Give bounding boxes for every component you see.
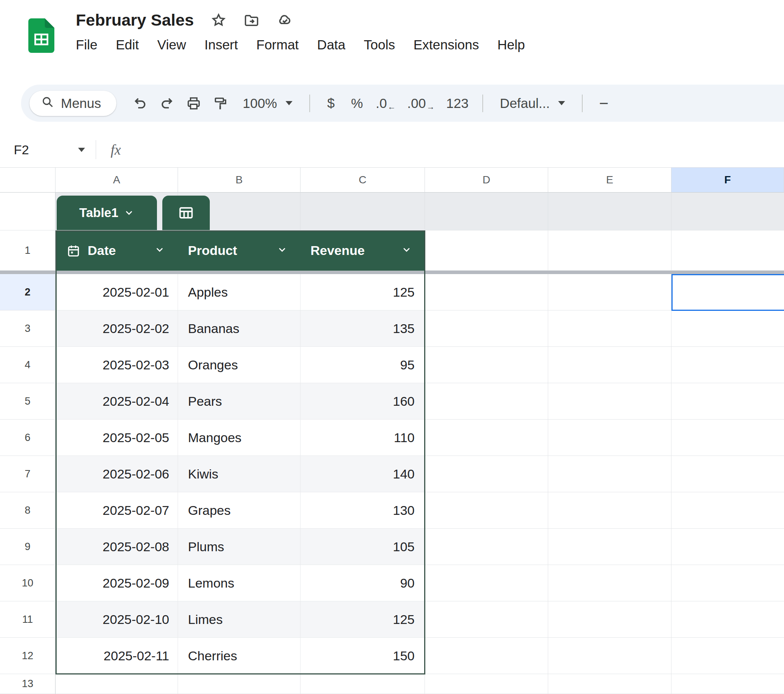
cell-revenue[interactable]: 150: [300, 638, 425, 674]
cell-empty[interactable]: [672, 565, 784, 602]
cell-empty[interactable]: [425, 638, 548, 674]
row-header-5[interactable]: 5: [0, 383, 56, 420]
column-header-A[interactable]: A: [56, 168, 178, 193]
cell-empty[interactable]: [548, 529, 672, 565]
cell-date[interactable]: 2025-02-08: [56, 529, 178, 565]
cell-date[interactable]: 2025-02-09: [56, 565, 178, 602]
cell-empty[interactable]: [548, 347, 672, 383]
cell-empty[interactable]: [548, 274, 672, 310]
table-header-date[interactable]: Date: [56, 231, 178, 270]
row-header-3[interactable]: 3: [0, 310, 56, 347]
cell-date[interactable]: 2025-02-11: [56, 638, 178, 674]
menu-item-data[interactable]: Data: [317, 37, 345, 53]
cell-revenue[interactable]: 125: [300, 602, 425, 638]
cell-date[interactable]: 2025-02-01: [56, 274, 178, 310]
row-header-8[interactable]: 8: [0, 492, 56, 529]
cell-empty[interactable]: [548, 310, 672, 347]
select-all-corner[interactable]: [0, 168, 56, 193]
cell-product[interactable]: Oranges: [178, 347, 300, 383]
cell-date[interactable]: 2025-02-06: [56, 456, 178, 492]
cell-empty[interactable]: [672, 529, 784, 565]
cell-empty[interactable]: [425, 529, 548, 565]
row-header-10[interactable]: 10: [0, 565, 56, 602]
cell-empty[interactable]: [425, 383, 548, 420]
table-menu-tab[interactable]: [162, 196, 210, 230]
cell-reference-box[interactable]: F2: [0, 142, 96, 157]
cell-empty[interactable]: [672, 420, 784, 456]
cell-product[interactable]: Kiwis: [178, 456, 300, 492]
formula-input[interactable]: [121, 132, 784, 167]
cell-E1[interactable]: [548, 231, 672, 270]
cell-date[interactable]: 2025-02-05: [56, 420, 178, 456]
menu-item-tools[interactable]: Tools: [364, 37, 395, 53]
chevron-down-icon[interactable]: [401, 243, 412, 258]
menu-item-file[interactable]: File: [76, 37, 97, 53]
cell-revenue[interactable]: 95: [300, 347, 425, 383]
cell-F1[interactable]: [672, 231, 784, 270]
zoom-select[interactable]: 100%: [236, 96, 299, 111]
cell-empty[interactable]: [548, 420, 672, 456]
cell-product[interactable]: Grapes: [178, 492, 300, 529]
column-header-C[interactable]: C: [300, 168, 425, 193]
cell-empty[interactable]: [672, 492, 784, 529]
cell-empty[interactable]: [178, 674, 300, 694]
print-button[interactable]: [182, 92, 205, 114]
row-header-6[interactable]: 6: [0, 420, 56, 456]
cell-revenue[interactable]: 140: [300, 456, 425, 492]
row-header-12[interactable]: 12: [0, 638, 56, 674]
cell-product[interactable]: Bananas: [178, 310, 300, 347]
move-folder-icon[interactable]: [244, 12, 260, 28]
column-header-B[interactable]: B: [178, 168, 300, 193]
redo-button[interactable]: [155, 92, 178, 114]
menu-item-extensions[interactable]: Extensions: [413, 37, 479, 53]
more-formats-button[interactable]: 123: [442, 92, 472, 114]
cell-revenue[interactable]: 130: [300, 492, 425, 529]
cell-empty[interactable]: [425, 274, 548, 310]
format-currency-button[interactable]: $: [320, 92, 342, 114]
cell-empty[interactable]: [425, 565, 548, 602]
cell-empty[interactable]: [672, 383, 784, 420]
cell-empty[interactable]: [300, 674, 425, 694]
row-header-9[interactable]: 9: [0, 529, 56, 565]
column-header-F[interactable]: F: [672, 168, 784, 193]
row-header-4[interactable]: 4: [0, 347, 56, 383]
table-header-product[interactable]: Product: [178, 231, 300, 270]
menus-search-button[interactable]: Menus: [30, 91, 116, 116]
cell-empty[interactable]: [672, 347, 784, 383]
row-header-2[interactable]: 2: [0, 274, 56, 310]
menu-item-help[interactable]: Help: [497, 37, 525, 53]
cell-empty[interactable]: [548, 674, 672, 694]
doc-title[interactable]: February Sales: [76, 11, 194, 30]
decrease-decimal-button[interactable]: .0←: [372, 92, 400, 114]
format-percent-button[interactable]: %: [346, 92, 368, 114]
cell-empty[interactable]: [425, 602, 548, 638]
paint-format-button[interactable]: [209, 92, 232, 114]
cloud-saved-icon[interactable]: [277, 12, 293, 29]
row-header-7[interactable]: 7: [0, 456, 56, 492]
cell-empty[interactable]: [425, 310, 548, 347]
cell-empty[interactable]: [548, 565, 672, 602]
cell-empty[interactable]: [425, 674, 548, 694]
cell-empty[interactable]: [672, 602, 784, 638]
row-header[interactable]: [0, 193, 56, 231]
cell-product[interactable]: Cherries: [178, 638, 300, 674]
cell-date[interactable]: 2025-02-07: [56, 492, 178, 529]
cell-empty[interactable]: [672, 310, 784, 347]
row-header-13[interactable]: 13: [0, 674, 56, 694]
sheets-logo-icon[interactable]: [28, 18, 54, 54]
menu-item-view[interactable]: View: [157, 37, 186, 53]
column-header-E[interactable]: E: [548, 168, 672, 193]
cell-empty[interactable]: [548, 638, 672, 674]
undo-button[interactable]: [128, 92, 152, 114]
decrease-font-size-button[interactable]: −: [593, 92, 615, 114]
column-header-D[interactable]: D: [425, 168, 548, 193]
cell-empty[interactable]: [548, 492, 672, 529]
cell-empty[interactable]: [672, 638, 784, 674]
cell-empty[interactable]: [425, 420, 548, 456]
star-icon[interactable]: [211, 12, 227, 28]
menu-item-format[interactable]: Format: [257, 37, 299, 53]
cell-product[interactable]: Mangoes: [178, 420, 300, 456]
cell-empty[interactable]: [425, 492, 548, 529]
cell-revenue[interactable]: 125: [300, 274, 425, 310]
cell-empty[interactable]: [672, 674, 784, 694]
